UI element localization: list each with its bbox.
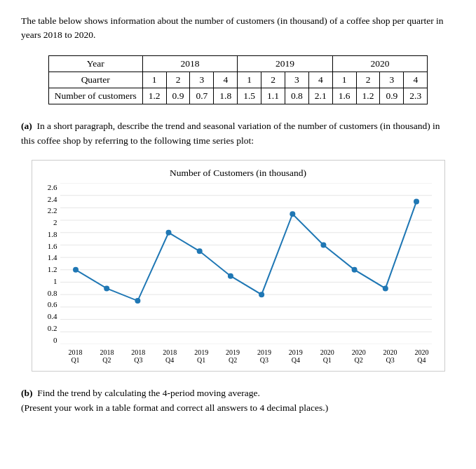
part-b-section: (b) Find the trend by calculating the 4-… xyxy=(21,386,455,416)
year-2018: 2018 xyxy=(142,55,238,72)
q4-2020: 4 xyxy=(404,72,428,88)
part-b-label: (b) xyxy=(21,388,33,398)
q3-2019: 3 xyxy=(285,72,308,88)
part-b-line2: (Present your work in a table format and… xyxy=(21,400,455,416)
intro-paragraph: The table below shows information about … xyxy=(21,14,455,43)
val-10: 1.2 xyxy=(356,88,380,104)
x-label-4: 2018Q4 xyxy=(154,348,185,364)
x-label-5: 2019Q1 xyxy=(186,348,217,364)
x-label-8: 2019Q4 xyxy=(280,348,311,364)
data-point-3 xyxy=(135,298,140,304)
chart-line xyxy=(76,201,416,301)
q4-2019: 4 xyxy=(308,72,332,88)
chart-container: Number of Customers (in thousand) 0 0.2 … xyxy=(32,160,445,372)
x-label-12: 2020Q4 xyxy=(406,348,437,364)
data-point-12 xyxy=(414,198,419,204)
q1-2019: 1 xyxy=(238,72,261,88)
year-2020: 2020 xyxy=(332,55,428,72)
q2-2018: 2 xyxy=(166,72,190,88)
data-point-5 xyxy=(196,248,202,254)
q4-2018: 4 xyxy=(214,72,238,88)
val-11: 0.9 xyxy=(380,88,404,104)
data-point-4 xyxy=(165,229,171,235)
data-table: Year 2018 2019 2020 Quarter 1 2 3 4 1 2 … xyxy=(48,55,428,104)
x-axis-labels: 2018Q1 2018Q2 2018Q3 2018Q4 2019Q1 2019Q… xyxy=(60,348,437,364)
y-axis: 0 0.2 0.4 0.6 0.8 1 1.2 1.4 1.6 1.8 2 2.… xyxy=(39,183,60,344)
val-7: 0.8 xyxy=(285,88,308,104)
customers-row: Number of customers 1.2 0.9 0.7 1.8 1.5 … xyxy=(48,88,427,104)
part-a-text: In a short paragraph, describe the trend… xyxy=(21,121,440,147)
q3-2018: 3 xyxy=(190,72,214,88)
q2-2019: 2 xyxy=(261,72,285,88)
quarter-label: Quarter xyxy=(48,72,142,88)
x-label-2: 2018Q2 xyxy=(91,348,122,364)
x-label-7: 2019Q3 xyxy=(249,348,280,364)
part-b-line1: Find the trend by calculating the 4-peri… xyxy=(37,388,260,398)
data-point-8 xyxy=(290,211,295,217)
x-label-9: 2020Q1 xyxy=(312,348,343,364)
val-2: 0.9 xyxy=(166,88,190,104)
q2-2020: 2 xyxy=(356,72,380,88)
part-a-label: (a) xyxy=(21,121,32,131)
val-8: 2.1 xyxy=(308,88,332,104)
val-5: 1.5 xyxy=(238,88,261,104)
q1-2020: 1 xyxy=(332,72,356,88)
data-point-1 xyxy=(73,267,79,273)
data-point-11 xyxy=(382,285,388,291)
x-label-3: 2018Q3 xyxy=(123,348,154,364)
val-4: 1.8 xyxy=(214,88,238,104)
year-label: Year xyxy=(48,55,142,72)
data-point-6 xyxy=(227,273,233,278)
q1-2018: 1 xyxy=(142,72,166,88)
x-label-11: 2020Q3 xyxy=(375,348,406,364)
year-row: Year 2018 2019 2020 xyxy=(48,55,427,72)
q3-2020: 3 xyxy=(380,72,404,88)
val-9: 1.6 xyxy=(332,88,356,104)
quarter-row: Quarter 1 2 3 4 1 2 3 4 1 2 3 4 xyxy=(48,72,427,88)
x-label-10: 2020Q2 xyxy=(344,348,374,364)
chart-plot-area: 2018Q1 2018Q2 2018Q3 2018Q4 2019Q1 2019Q… xyxy=(60,183,437,364)
data-point-9 xyxy=(320,242,326,247)
x-label-6: 2019Q2 xyxy=(217,348,248,364)
chart-svg xyxy=(60,183,432,344)
data-point-2 xyxy=(104,285,109,291)
val-12: 2.3 xyxy=(404,88,428,104)
data-point-7 xyxy=(259,292,264,297)
val-6: 1.1 xyxy=(261,88,285,104)
data-point-10 xyxy=(351,267,357,273)
year-2019: 2019 xyxy=(238,55,333,72)
val-3: 0.7 xyxy=(190,88,214,104)
part-a-section: (a) In a short paragraph, describe the t… xyxy=(21,118,455,149)
chart-title: Number of Customers (in thousand) xyxy=(39,168,437,179)
val-1: 1.2 xyxy=(142,88,166,104)
customers-label: Number of customers xyxy=(48,88,142,104)
x-label-1: 2018Q1 xyxy=(60,348,91,364)
